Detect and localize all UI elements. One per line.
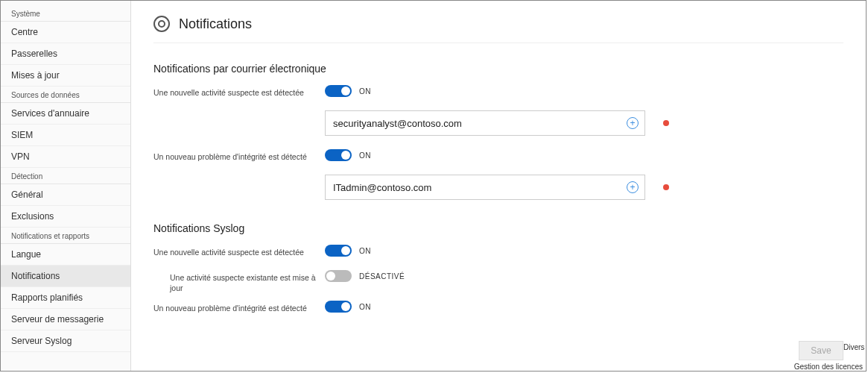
divers-label: Divers: [843, 343, 864, 351]
email-toggle-row: Une nouvelle activité suspecte est détec…: [153, 85, 843, 103]
email-input-row: +: [325, 175, 843, 200]
email-notifications-section: Notifications par courrier électronique …: [153, 63, 843, 200]
error-indicator-icon: [663, 120, 669, 126]
email-input-row: +: [325, 110, 843, 136]
toggle-label: Un nouveau problème d'intégrité est déte…: [153, 301, 325, 314]
toggle-switch[interactable]: [325, 149, 352, 161]
sidebar-item-services-d-annuaire[interactable]: Services d'annuaire: [1, 103, 130, 125]
sidebar-item-exclusions[interactable]: Exclusions: [1, 206, 130, 228]
toggle-switch[interactable]: [325, 270, 352, 282]
error-indicator-icon: [663, 184, 669, 190]
toggle-switch[interactable]: [325, 85, 352, 97]
toggle-label: Une nouvelle activité suspecte est détec…: [153, 245, 325, 258]
toggle-state-label: ON: [359, 303, 371, 311]
add-email-icon[interactable]: +: [627, 181, 639, 193]
syslog-toggle-row: Une nouvelle activité suspecte est détec…: [153, 245, 843, 263]
sidebar-item-mises-jour[interactable]: Mises à jour: [1, 65, 130, 87]
toggle-switch[interactable]: [325, 245, 352, 257]
email-input[interactable]: [333, 118, 627, 129]
toggle-label: Une activité suspecte existante est mise…: [153, 270, 325, 293]
add-email-icon[interactable]: +: [627, 117, 639, 129]
email-field-wrapper: +: [325, 110, 645, 136]
save-button[interactable]: Save: [799, 341, 843, 360]
main-content: Notifications Notifications par courrier…: [131, 1, 866, 371]
toggle-label: Un nouveau problème d'intégrité est déte…: [153, 149, 325, 163]
sidebar-section-header: Détection: [1, 168, 130, 184]
sidebar-item-siem[interactable]: SIEM: [1, 125, 130, 146]
toggle-state-label: ON: [359, 151, 371, 160]
toggle-state-label: DÉSACTIVÉ: [359, 272, 405, 280]
sidebar-item-g-n-ral[interactable]: Général: [1, 184, 130, 206]
syslog-toggle-row: Un nouveau problème d'intégrité est déte…: [153, 301, 843, 319]
sidebar-item-notifications[interactable]: Notifications: [1, 266, 130, 287]
sidebar-section-header: Notifications et rapports: [1, 228, 130, 244]
syslog-notifications-section: Notifications Syslog Une nouvelle activi…: [153, 222, 843, 319]
sidebar-item-centre[interactable]: Centre: [1, 22, 130, 43]
notifications-target-icon: [153, 16, 170, 32]
toggle-label: Une nouvelle activité suspecte est détec…: [153, 85, 325, 98]
sidebar-section-header: Système: [1, 5, 130, 22]
toggle-state-label: ON: [359, 87, 371, 95]
license-link[interactable]: Gestion des licences: [794, 363, 863, 371]
sidebar-item-vpn[interactable]: VPN: [1, 146, 130, 168]
email-input[interactable]: [333, 182, 627, 193]
email-section-title: Notifications par courrier électronique: [153, 63, 843, 75]
page-title: Notifications: [179, 16, 252, 32]
toggle-switch[interactable]: [325, 301, 352, 313]
syslog-section-title: Notifications Syslog: [153, 222, 843, 234]
email-toggle-row: Un nouveau problème d'intégrité est déte…: [153, 149, 843, 167]
sidebar-section-header: Sources de données: [1, 87, 130, 103]
page-header: Notifications: [153, 16, 843, 43]
sidebar-item-rapports-planifi-s[interactable]: Rapports planifiés: [1, 287, 130, 309]
sidebar-item-passerelles[interactable]: Passerelles: [1, 43, 130, 65]
app-frame: SystèmeCentrePasserellesMises à jourSour…: [0, 0, 867, 372]
sidebar-item-langue[interactable]: Langue: [1, 244, 130, 266]
sidebar-item-serveur-syslog[interactable]: Serveur Syslog: [1, 330, 130, 352]
sidebar: SystèmeCentrePasserellesMises à jourSour…: [1, 1, 131, 371]
toggle-state-label: ON: [359, 247, 371, 255]
syslog-toggle-row: Une activité suspecte existante est mise…: [153, 270, 843, 293]
sidebar-item-serveur-de-messagerie[interactable]: Serveur de messagerie: [1, 309, 130, 330]
email-field-wrapper: +: [325, 175, 645, 200]
